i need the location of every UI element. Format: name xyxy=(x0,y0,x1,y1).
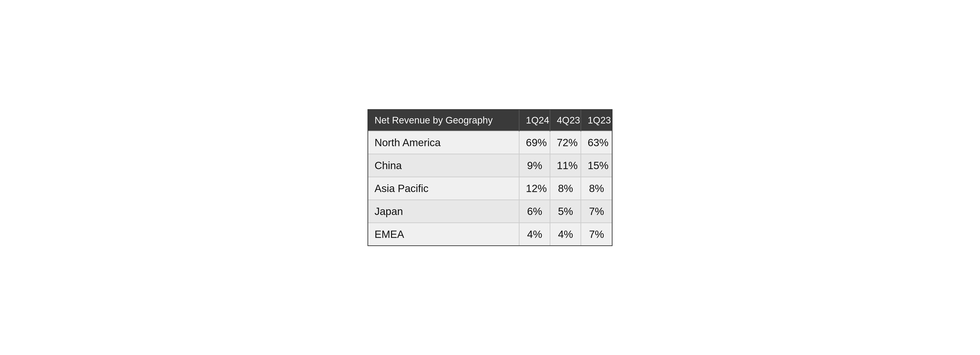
header-4q23: 4Q23 xyxy=(550,110,581,131)
cell-1q23: 7% xyxy=(581,223,612,245)
cell-1q23: 15% xyxy=(581,154,612,177)
table-row: North America69%72%63% xyxy=(368,131,612,154)
table-row: Japan6%5%7% xyxy=(368,200,612,223)
header-1q24: 1Q24 xyxy=(519,110,550,131)
cell-region: North America xyxy=(368,131,519,154)
cell-region: Asia Pacific xyxy=(368,177,519,200)
cell-1q24: 9% xyxy=(519,154,550,177)
cell-4q23: 72% xyxy=(550,131,581,154)
revenue-table: Net Revenue by Geography 1Q24 4Q23 1Q23 … xyxy=(368,109,612,246)
table-row: EMEA4%4%7% xyxy=(368,223,612,245)
cell-1q24: 6% xyxy=(519,200,550,223)
cell-region: Japan xyxy=(368,200,519,223)
table-row: China9%11%15% xyxy=(368,154,612,177)
cell-4q23: 11% xyxy=(550,154,581,177)
header-1q23: 1Q23 xyxy=(581,110,612,131)
cell-1q24: 69% xyxy=(519,131,550,154)
cell-1q24: 12% xyxy=(519,177,550,200)
cell-4q23: 8% xyxy=(550,177,581,200)
cell-region: China xyxy=(368,154,519,177)
cell-1q23: 8% xyxy=(581,177,612,200)
cell-1q23: 7% xyxy=(581,200,612,223)
cell-4q23: 4% xyxy=(550,223,581,245)
cell-4q23: 5% xyxy=(550,200,581,223)
table-row: Asia Pacific12%8%8% xyxy=(368,177,612,200)
cell-1q23: 63% xyxy=(581,131,612,154)
cell-region: EMEA xyxy=(368,223,519,245)
table-header-row: Net Revenue by Geography 1Q24 4Q23 1Q23 xyxy=(368,110,612,131)
header-geography: Net Revenue by Geography xyxy=(368,110,519,131)
cell-1q24: 4% xyxy=(519,223,550,245)
